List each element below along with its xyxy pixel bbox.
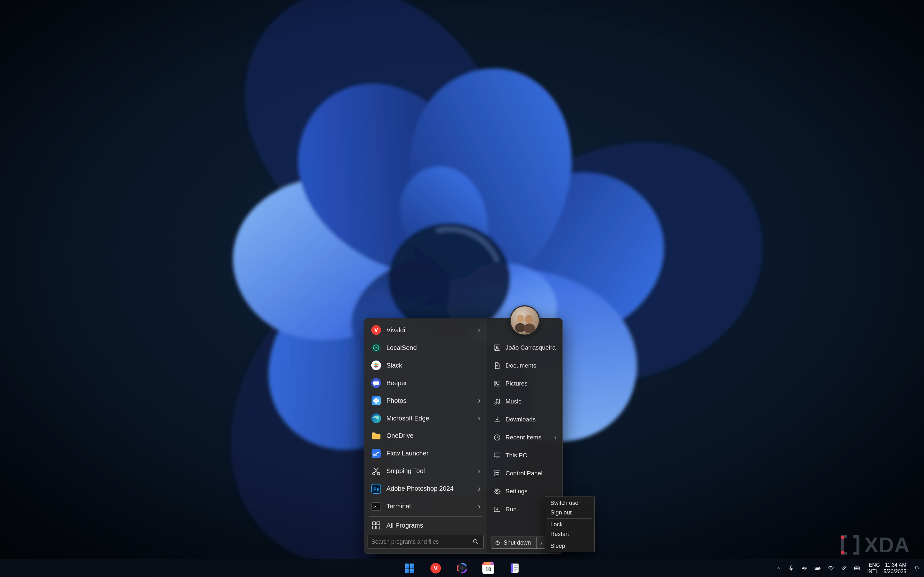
app-label: Adobe Photoshop 2024 [386,485,454,492]
app-label: OneDrive [386,432,414,439]
apps-grid-icon [370,520,382,531]
places-item-recent-items[interactable]: Recent Items › [490,429,560,446]
places-label: Music [506,398,522,405]
music-note-icon [493,397,501,406]
all-programs-item[interactable]: All Programs [367,518,484,533]
start-search-box[interactable] [367,535,484,549]
picture-icon [493,379,501,388]
power-menu-lock[interactable]: Lock [545,520,594,529]
slack-icon [370,359,382,371]
start-menu-item-terminal[interactable]: >_ Terminal › [367,498,484,515]
notification-bell-icon[interactable] [913,564,921,572]
battery-icon[interactable] [813,564,822,572]
control-panel-icon [493,469,501,477]
app-label: Photos [386,397,406,405]
terminal-icon: >_ [370,501,382,512]
user-name-label: João Carrasqueira [506,344,556,351]
start-menu-item-photos[interactable]: Photos › [367,392,484,409]
places-item-control-panel[interactable]: Control Panel [490,464,560,482]
power-menu-restart[interactable]: Restart [545,529,594,539]
wifi-icon[interactable] [826,564,835,572]
touch-keyboard-icon[interactable] [853,564,861,572]
power-menu-switch-user[interactable]: Switch user [545,498,594,508]
vivaldi-taskbar-icon[interactable]: V [429,561,443,575]
start-menu-item-flow-launcher[interactable]: Flow Launcher [367,445,484,462]
app-label: LocalSend [386,344,417,351]
xda-watermark: XDA [840,533,910,557]
places-label: This PC [506,452,527,459]
system-tray: ENG 11:34 AM INTL 5/20/2025 [774,559,921,577]
start-menu-item-microsoft-edge[interactable]: Microsoft Edge › [367,409,484,427]
folder-icon [370,430,382,442]
power-menu-sign-out[interactable]: Sign out [545,508,594,517]
search-input[interactable] [372,538,468,545]
places-item-music[interactable]: Music [490,393,560,411]
taskbar: V 10 [0,559,924,577]
chevron-right-icon: › [478,326,480,334]
app-label: Snipping Tool [386,467,425,475]
shutdown-button[interactable]: Shut down › [491,537,546,549]
calendar-day-number: 10 [482,565,494,574]
tray-language: ENG [869,562,880,568]
places-item-documents[interactable]: Documents [490,357,560,375]
power-options-menu: Switch user Sign out Lock Restart Sleep [545,496,595,552]
start-menu-item-localsend[interactable]: LocalSend [367,339,484,357]
chevron-right-icon: › [478,503,480,510]
calendar-icon[interactable]: 10 [481,561,496,575]
all-programs-label: All Programs [386,522,423,529]
notebook-app-icon[interactable] [508,561,522,575]
start-menu-item-vivaldi[interactable]: V Vivaldi › [367,321,484,339]
places-label: Documents [506,362,536,369]
app-label: Microsoft Edge [386,415,429,422]
beeper-icon [370,377,382,389]
start-menu-item-onedrive[interactable]: OneDrive [367,427,484,445]
svg-text:V: V [374,327,378,334]
localsend-icon [370,342,382,353]
calendar-color-strip [482,562,494,565]
download-icon [493,415,501,424]
start-menu-item-snipping-tool[interactable]: Snipping Tool › [367,462,484,480]
document-icon [493,361,501,370]
menu-separator [369,516,482,517]
places-label: Pictures [506,380,528,387]
power-menu-sleep[interactable]: Sleep [545,541,594,551]
start-button[interactable] [402,561,417,575]
photoshop-icon: Ps [370,483,382,495]
places-item-this-pc[interactable]: This PC [490,446,560,464]
tray-date: 5/20/2025 [884,569,906,574]
photos-icon [370,395,382,406]
tray-clock[interactable]: ENG 11:34 AM INTL 5/20/2025 [866,562,908,574]
microphone-icon[interactable] [787,564,795,572]
places-item-pictures[interactable]: Pictures [490,375,560,393]
app-label: Beeper [386,379,407,387]
browser-ring-icon[interactable] [455,561,469,575]
vivaldi-icon: V [370,324,382,336]
scissors-icon [370,466,382,477]
gear-icon [493,487,501,496]
app-label: Vivaldi [386,327,405,334]
shutdown-expand-arrow[interactable]: › [536,537,546,548]
user-account-icon [493,343,501,352]
computer-icon [493,451,501,459]
places-label: Settings [506,488,528,495]
places-label: Run... [506,506,522,513]
chevron-right-icon: › [478,397,480,405]
app-label: Terminal [386,503,411,510]
speaker-icon[interactable] [800,564,808,572]
power-icon [494,540,501,546]
start-menu-pinned-apps: V Vivaldi › LocalSend Slack [364,318,487,553]
edge-icon [370,413,382,424]
run-icon [493,505,501,514]
start-menu-item-slack[interactable]: Slack [367,357,484,374]
user-name-item[interactable]: João Carrasqueira [490,339,560,357]
svg-text:>_: >_ [373,504,379,509]
places-item-downloads[interactable]: Downloads [490,411,560,429]
app-label: Flow Launcher [386,450,428,457]
pen-icon[interactable] [840,564,848,572]
user-avatar[interactable] [510,305,540,335]
start-menu-item-beeper[interactable]: Beeper [367,374,484,392]
app-label: Slack [386,362,402,369]
start-menu-item-adobe-photoshop[interactable]: Ps Adobe Photoshop 2024 › [367,480,484,498]
clock-icon [493,433,501,442]
hidden-icons-chevron[interactable] [774,564,782,572]
